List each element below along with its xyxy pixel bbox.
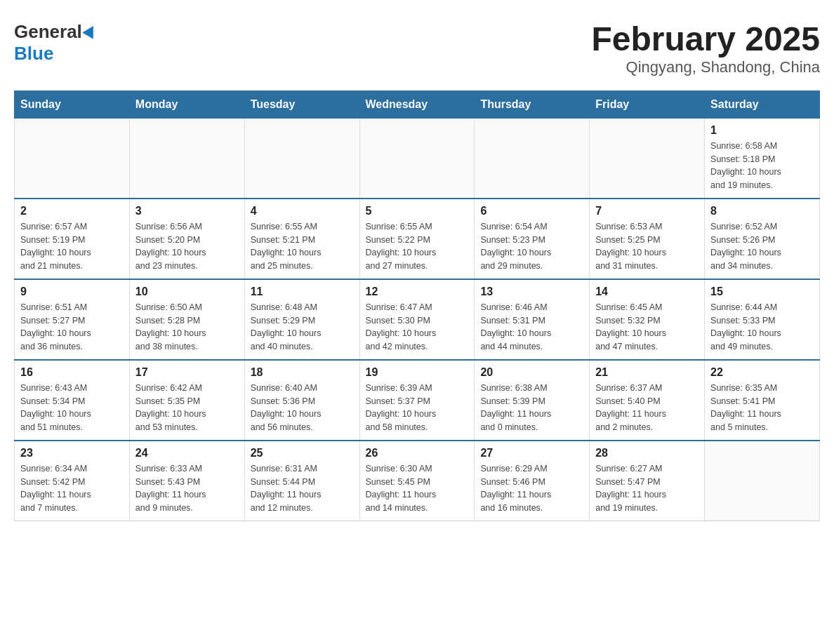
day-info: Sunrise: 6:47 AM Sunset: 5:30 PM Dayligh… [366,301,469,354]
day-cell: 12Sunrise: 6:47 AM Sunset: 5:30 PM Dayli… [359,279,475,360]
day-number: 9 [20,286,124,298]
day-cell: 24Sunrise: 6:33 AM Sunset: 5:43 PM Dayli… [129,441,244,521]
day-info: Sunrise: 6:46 AM Sunset: 5:31 PM Dayligh… [480,301,583,354]
logo-blue-text: Blue [14,43,53,64]
day-number: 22 [710,366,814,379]
day-cell: 22Sunrise: 6:35 AM Sunset: 5:41 PM Dayli… [705,360,820,441]
day-cell [359,118,475,199]
day-cell: 18Sunrise: 6:40 AM Sunset: 5:36 PM Dayli… [244,360,359,441]
day-cell: 9Sunrise: 6:51 AM Sunset: 5:27 PM Daylig… [15,279,130,360]
day-info: Sunrise: 6:54 AM Sunset: 5:23 PM Dayligh… [480,220,583,273]
day-number: 26 [366,447,469,459]
day-info: Sunrise: 6:31 AM Sunset: 5:44 PM Dayligh… [251,462,354,515]
day-number: 7 [595,205,699,217]
day-info: Sunrise: 6:45 AM Sunset: 5:32 PM Dayligh… [595,301,699,354]
weekday-header-monday: Monday [129,90,244,118]
day-info: Sunrise: 6:30 AM Sunset: 5:45 PM Dayligh… [366,462,469,515]
day-info: Sunrise: 6:39 AM Sunset: 5:37 PM Dayligh… [366,382,469,434]
day-number: 6 [480,205,583,217]
day-number: 13 [480,286,583,298]
week-row-3: 9Sunrise: 6:51 AM Sunset: 5:27 PM Daylig… [15,279,820,360]
weekday-header-wednesday: Wednesday [359,90,475,118]
day-info: Sunrise: 6:35 AM Sunset: 5:41 PM Dayligh… [710,382,814,434]
day-info: Sunrise: 6:55 AM Sunset: 5:21 PM Dayligh… [251,220,354,273]
day-info: Sunrise: 6:52 AM Sunset: 5:26 PM Dayligh… [710,220,814,273]
day-cell: 23Sunrise: 6:34 AM Sunset: 5:42 PM Dayli… [15,441,130,521]
day-number: 15 [710,286,814,298]
day-number: 24 [135,447,239,459]
week-row-1: 1Sunrise: 6:58 AM Sunset: 5:18 PM Daylig… [15,118,820,199]
day-number: 28 [595,447,699,459]
day-info: Sunrise: 6:37 AM Sunset: 5:40 PM Dayligh… [595,382,699,434]
logo: General Blue [14,21,97,65]
day-number: 11 [251,286,354,298]
weekday-header-sunday: Sunday [15,90,130,118]
weekday-header-friday: Friday [590,90,705,118]
day-cell: 1Sunrise: 6:58 AM Sunset: 5:18 PM Daylig… [705,118,820,199]
day-cell: 25Sunrise: 6:31 AM Sunset: 5:44 PM Dayli… [244,441,359,521]
logo-triangle-icon [82,22,99,39]
day-number: 14 [595,286,699,298]
day-info: Sunrise: 6:27 AM Sunset: 5:47 PM Dayligh… [595,462,699,515]
day-cell [475,118,590,199]
week-row-2: 2Sunrise: 6:57 AM Sunset: 5:19 PM Daylig… [15,199,820,279]
day-number: 1 [710,124,814,137]
day-info: Sunrise: 6:42 AM Sunset: 5:35 PM Dayligh… [135,382,239,434]
day-number: 20 [480,366,583,379]
day-number: 18 [251,366,354,379]
day-cell: 14Sunrise: 6:45 AM Sunset: 5:32 PM Dayli… [590,279,705,360]
day-number: 21 [595,366,699,379]
week-row-5: 23Sunrise: 6:34 AM Sunset: 5:42 PM Dayli… [15,441,820,521]
day-info: Sunrise: 6:50 AM Sunset: 5:28 PM Dayligh… [135,301,239,354]
day-cell: 11Sunrise: 6:48 AM Sunset: 5:29 PM Dayli… [244,279,359,360]
day-cell: 5Sunrise: 6:55 AM Sunset: 5:22 PM Daylig… [359,199,475,279]
day-number: 5 [366,205,469,217]
day-number: 4 [251,205,354,217]
day-number: 19 [366,366,469,379]
day-number: 16 [20,366,124,379]
day-info: Sunrise: 6:55 AM Sunset: 5:22 PM Dayligh… [366,220,469,273]
calendar-table: SundayMondayTuesdayWednesdayThursdayFrid… [14,90,820,521]
day-cell [244,118,359,199]
day-info: Sunrise: 6:44 AM Sunset: 5:33 PM Dayligh… [710,301,814,354]
day-cell: 28Sunrise: 6:27 AM Sunset: 5:47 PM Dayli… [590,441,705,521]
calendar-subtitle: Qingyang, Shandong, China [591,58,820,76]
day-info: Sunrise: 6:58 AM Sunset: 5:18 PM Dayligh… [710,140,814,192]
day-info: Sunrise: 6:38 AM Sunset: 5:39 PM Dayligh… [480,382,583,434]
day-cell [590,118,705,199]
day-cell: 7Sunrise: 6:53 AM Sunset: 5:25 PM Daylig… [590,199,705,279]
day-number: 27 [480,447,583,459]
day-cell: 26Sunrise: 6:30 AM Sunset: 5:45 PM Dayli… [359,441,475,521]
day-cell: 13Sunrise: 6:46 AM Sunset: 5:31 PM Dayli… [475,279,590,360]
day-cell: 2Sunrise: 6:57 AM Sunset: 5:19 PM Daylig… [15,199,130,279]
calendar-title-section: February 2025 Qingyang, Shandong, China [591,21,820,76]
day-info: Sunrise: 6:53 AM Sunset: 5:25 PM Dayligh… [595,220,699,273]
weekday-header-saturday: Saturday [705,90,820,118]
weekday-header-row: SundayMondayTuesdayWednesdayThursdayFrid… [15,90,820,118]
day-info: Sunrise: 6:33 AM Sunset: 5:43 PM Dayligh… [135,462,239,515]
day-number: 25 [251,447,354,459]
day-cell: 8Sunrise: 6:52 AM Sunset: 5:26 PM Daylig… [705,199,820,279]
day-info: Sunrise: 6:56 AM Sunset: 5:20 PM Dayligh… [135,220,239,273]
day-cell: 3Sunrise: 6:56 AM Sunset: 5:20 PM Daylig… [129,199,244,279]
week-row-4: 16Sunrise: 6:43 AM Sunset: 5:34 PM Dayli… [15,360,820,441]
day-cell [129,118,244,199]
day-info: Sunrise: 6:43 AM Sunset: 5:34 PM Dayligh… [20,382,124,434]
day-number: 12 [366,286,469,298]
day-cell: 20Sunrise: 6:38 AM Sunset: 5:39 PM Dayli… [475,360,590,441]
day-number: 2 [20,205,124,217]
day-info: Sunrise: 6:29 AM Sunset: 5:46 PM Dayligh… [480,462,583,515]
day-cell: 10Sunrise: 6:50 AM Sunset: 5:28 PM Dayli… [129,279,244,360]
day-cell: 16Sunrise: 6:43 AM Sunset: 5:34 PM Dayli… [15,360,130,441]
day-cell [15,118,130,199]
day-number: 3 [135,205,239,217]
day-number: 8 [710,205,814,217]
weekday-header-thursday: Thursday [475,90,590,118]
day-cell: 17Sunrise: 6:42 AM Sunset: 5:35 PM Dayli… [129,360,244,441]
day-number: 23 [20,447,124,459]
weekday-header-tuesday: Tuesday [244,90,359,118]
day-info: Sunrise: 6:51 AM Sunset: 5:27 PM Dayligh… [20,301,124,354]
day-cell: 21Sunrise: 6:37 AM Sunset: 5:40 PM Dayli… [590,360,705,441]
day-cell: 15Sunrise: 6:44 AM Sunset: 5:33 PM Dayli… [705,279,820,360]
day-cell: 6Sunrise: 6:54 AM Sunset: 5:23 PM Daylig… [475,199,590,279]
